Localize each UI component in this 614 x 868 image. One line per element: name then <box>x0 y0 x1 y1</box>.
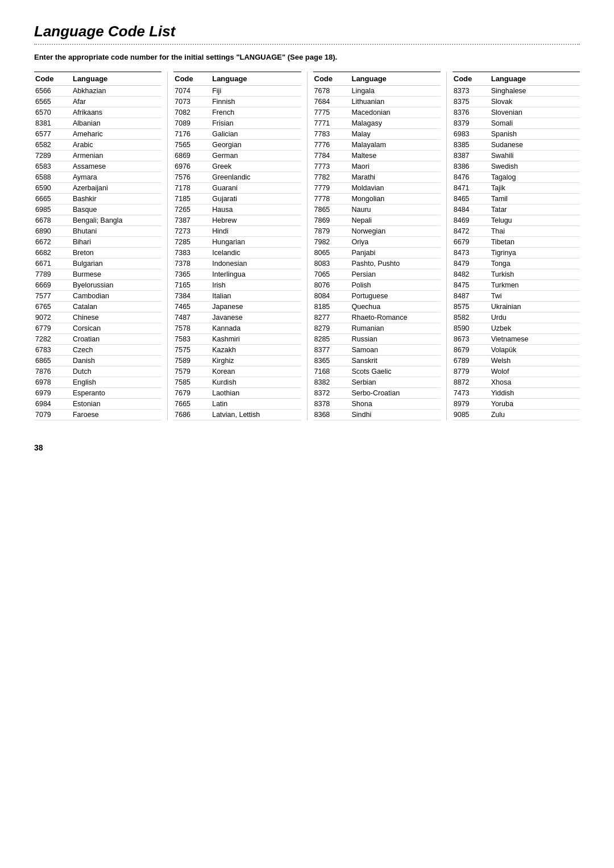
language-name: Icelandic <box>211 248 301 258</box>
language-code: 7776 <box>313 140 351 151</box>
language-code: 7168 <box>313 366 351 377</box>
language-code: 7079 <box>34 410 72 420</box>
language-name: Maltese <box>350 151 440 161</box>
language-name: Sindhi <box>350 410 440 420</box>
language-code: 7082 <box>173 107 211 118</box>
table-row: 8673Vietnamese <box>453 334 580 345</box>
language-code: 7384 <box>173 291 211 302</box>
language-name: Mongolian <box>350 194 440 205</box>
table-row: 8368Sindhi <box>313 410 441 420</box>
language-code: 8385 <box>453 140 490 151</box>
table-row: 7273Hindi <box>173 226 301 237</box>
language-name: Basque <box>72 205 161 215</box>
language-name: Pashto, Pushto <box>350 258 440 269</box>
table-row: 7387Hebrew <box>173 215 301 226</box>
table-row: 6978English <box>34 377 161 388</box>
table-row: 6577Ameharic <box>34 129 161 140</box>
language-name: Greek <box>211 161 301 172</box>
language-name: Kashmiri <box>211 334 301 345</box>
table-row: 8372Serbo-Croatian <box>313 388 441 399</box>
table-row: 7282Croatian <box>34 334 161 345</box>
col-header-code-2: Code <box>173 72 211 86</box>
table-row: 7089Frisian <box>173 118 301 129</box>
language-name: Macedonian <box>350 107 440 118</box>
table-row: 7074Fiji <box>173 86 301 97</box>
language-code: 9085 <box>453 410 490 420</box>
language-code: 7576 <box>173 172 211 183</box>
table-row: 7589Kirghiz <box>173 356 301 366</box>
language-name: Marathi <box>350 172 440 183</box>
table-row: 6789Welsh <box>453 356 580 366</box>
language-code: 8065 <box>313 248 351 258</box>
language-code: 8779 <box>453 366 490 377</box>
language-name: Armenian <box>72 151 161 161</box>
language-code: 8484 <box>453 205 490 215</box>
language-name: Xhosa <box>490 377 580 388</box>
language-code: 7665 <box>173 399 211 410</box>
language-code: 6582 <box>34 140 72 151</box>
table-row: 7383Icelandic <box>173 248 301 258</box>
language-name: Kirghiz <box>211 356 301 366</box>
table-row: 7168Scots Gaelic <box>313 366 441 377</box>
table-row: 8590Uzbek <box>453 323 580 334</box>
language-code: 6984 <box>34 399 72 410</box>
language-name: Ukrainian <box>490 302 580 312</box>
table-row: 8471Tajik <box>453 183 580 194</box>
language-code: 7865 <box>313 205 351 215</box>
table-row: 7185Gujarati <box>173 194 301 205</box>
language-code: 7365 <box>173 269 211 280</box>
language-code: 6671 <box>34 258 72 269</box>
language-name: Georgian <box>211 140 301 151</box>
language-code: 7771 <box>313 118 351 129</box>
language-name: Turkish <box>490 269 580 280</box>
table-row: 7776Malayalam <box>313 140 441 151</box>
language-code: 8378 <box>313 399 351 410</box>
language-name: Tajik <box>490 183 580 194</box>
language-code: 7784 <box>313 151 351 161</box>
table-row: 7065Persian <box>313 269 441 280</box>
table-row: 6678Bengali; Bangla <box>34 215 161 226</box>
language-name: Croatian <box>72 334 161 345</box>
language-column-2: CodeLanguage7074Fiji7073Finnish7082Frenc… <box>167 72 301 420</box>
language-code: 7982 <box>313 237 351 248</box>
table-row: 7365Interlingua <box>173 269 301 280</box>
table-row: 7079Faroese <box>34 410 161 420</box>
language-name: Malay <box>350 129 440 140</box>
language-name: Urdu <box>490 312 580 323</box>
language-name: Hausa <box>211 205 301 215</box>
language-code: 6583 <box>34 161 72 172</box>
language-name: Panjabi <box>350 248 440 258</box>
language-code: 8575 <box>453 302 490 312</box>
table-row: 8679Volapük <box>453 345 580 356</box>
table-row: 7779Moldavian <box>313 183 441 194</box>
language-name: Irish <box>211 280 301 291</box>
language-name: Scots Gaelic <box>350 366 440 377</box>
table-row: 8185Quechua <box>313 302 441 312</box>
table-row: 7378Indonesian <box>173 258 301 269</box>
language-code: 8482 <box>453 269 490 280</box>
table-row: 8473Tigrinya <box>453 248 580 258</box>
table-row: 6865Danish <box>34 356 161 366</box>
language-name: Japanese <box>211 302 301 312</box>
language-code: 7178 <box>173 183 211 194</box>
language-name: Nepali <box>350 215 440 226</box>
col-header-code-3: Code <box>313 72 351 86</box>
language-name: German <box>211 151 301 161</box>
language-code: 7876 <box>34 366 72 377</box>
language-column-1: CodeLanguage6566Abkhazian6565Afar6570Afr… <box>34 72 161 420</box>
language-code: 7789 <box>34 269 72 280</box>
table-row: 7576Greenlandic <box>173 172 301 183</box>
language-code: 8381 <box>34 118 72 129</box>
table-row: 6779Corsican <box>34 323 161 334</box>
language-code: 8590 <box>453 323 490 334</box>
language-code: 8473 <box>453 248 490 258</box>
language-code: 6789 <box>453 356 490 366</box>
table-row: 6682Breton <box>34 248 161 258</box>
language-code: 7089 <box>173 118 211 129</box>
language-code: 8387 <box>453 151 490 161</box>
table-row: 8476Tagalog <box>453 172 580 183</box>
table-row: 9072Chinese <box>34 312 161 323</box>
language-code: 8872 <box>453 377 490 388</box>
language-name: Estonian <box>72 399 161 410</box>
language-name: Wolof <box>490 366 580 377</box>
